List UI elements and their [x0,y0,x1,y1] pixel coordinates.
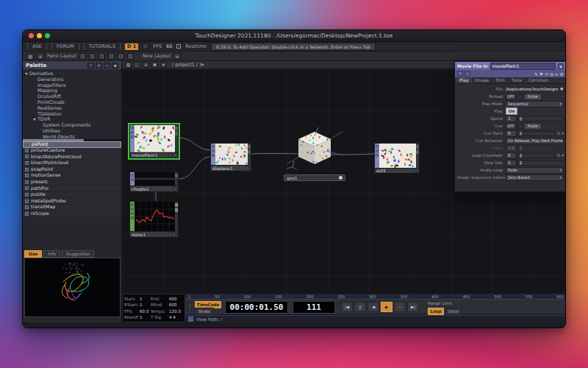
node-flag-button[interactable] [168,153,172,157]
tab-play[interactable]: Play [456,77,472,83]
pane-icon[interactable]: ▥ [26,53,34,60]
reload-box[interactable] [517,94,523,99]
perform-mode-badge[interactable]: D 1 [125,43,138,50]
play-button[interactable]: ▶ [381,302,392,312]
step-button[interactable]: − [394,302,406,312]
node-noise1[interactable]: noise1 [129,201,179,238]
loopcrossfade-slider[interactable] [518,153,555,158]
tab-tune[interactable]: Tune [509,77,525,83]
net-caret-icon[interactable]: ▾ [160,62,167,68]
new-layout-add-icon[interactable]: + [173,53,181,60]
realtime-checkbox[interactable] [176,44,181,49]
ask-button[interactable]: ASK [27,43,47,50]
node-flag-button[interactable] [168,233,172,236]
palette-preview-viewer[interactable] [24,258,121,317]
tab-image[interactable]: Image [473,77,492,83]
perform-option-button[interactable] [143,43,148,49]
layout-split-button[interactable] [79,53,86,60]
palette-close-icon[interactable]: ✕ [96,63,102,68]
layout-split-button[interactable] [98,53,105,60]
param-info-icon[interactable]: i [465,71,470,77]
cuepoint-slider[interactable] [518,131,555,136]
forum-button[interactable]: FORUM [51,43,79,50]
timeline-ruler[interactable]: 150100 150200250 300350400 450500550 600 [185,294,566,300]
node-flags[interactable] [248,144,251,165]
reload-pulse-button[interactable]: Pulse [524,93,542,100]
node-flag-button[interactable] [173,187,176,191]
net-pane-icon[interactable]: ▥ [125,62,132,68]
edit-expression-icon[interactable]: ✎ [534,71,538,77]
collapse-arrow-icon[interactable] [25,73,28,75]
tab-suggestion[interactable]: Suggestion [62,250,94,258]
node-geo1[interactable]: geo1 [284,174,345,181]
loopcrossfade-value[interactable]: 0 [506,152,517,159]
palette-dock-icon[interactable]: ▪ [112,63,118,68]
reload-toggle[interactable]: OFF [506,93,516,100]
node-flags[interactable] [175,202,178,231]
once-button[interactable]: Once [445,308,462,315]
play-reverse-button[interactable]: ◀ [368,302,379,312]
collapse-arrow-icon[interactable] [33,118,36,121]
speed-value[interactable]: 1 [506,116,517,122]
tab-use[interactable]: Use [24,250,42,258]
tree-item[interactable]: TDAbleton [23,111,121,117]
stepsize-slider[interactable] [518,160,564,166]
fps-value[interactable]: 60 [166,43,172,49]
tree-item[interactable]: System Components [23,122,121,128]
tab-trim[interactable]: Trim [492,77,508,83]
speed-slider[interactable] [518,116,564,121]
node-flag-button[interactable] [414,169,417,173]
layout-split-button[interactable] [89,53,96,60]
index-slider[interactable] [518,146,557,151]
layout-split-button[interactable] [127,53,134,60]
palette-item[interactable]: rsScope [23,211,121,218]
display-flag-icon[interactable] [339,176,343,180]
layout-split-button[interactable] [118,53,124,60]
net-star-icon[interactable]: ✱ [151,62,158,68]
operator-name-field[interactable]: moviefilein1 [490,63,556,70]
jump-start-button[interactable]: |◀ [341,302,353,312]
add-pane-icon[interactable]: + [37,53,44,60]
timeline-settings[interactable]: Start:1 End:600 RStart:1 REnd:600 FPS:60… [122,294,185,322]
transport-handle[interactable] [188,302,192,311]
tree-item[interactable]: PointClouds [23,99,121,105]
loop-button[interactable]: Loop [428,308,444,315]
cuepoint-value[interactable]: 0 [506,130,517,137]
palette-help-icon[interactable]: ? [87,63,94,68]
node-chopto1[interactable]: chopto1 [129,171,179,192]
tree-item-tdvr[interactable]: TDVR [23,116,121,122]
tree-item[interactable]: ImageFilters [23,82,121,88]
beats-mode-button[interactable]: Beats [195,308,214,315]
tab-common[interactable]: Common [526,77,551,83]
stepsize-value[interactable]: 1 [506,160,517,166]
node-flag-button[interactable] [173,153,176,157]
settings-gear-icon[interactable]: ⚙ [560,71,564,77]
breadcrumb[interactable]: / project1 / ≫ [172,62,204,68]
node-flag-button[interactable] [245,166,249,170]
cuebehavior-dropdown[interactable]: On Release, Play Next Frame▾ [506,138,564,144]
net-add-icon[interactable]: + [143,62,149,68]
info-icon[interactable]: i [188,316,193,322]
comment-icon[interactable]: ⚑ [539,71,543,77]
cue-toggle[interactable]: OFF [506,123,516,130]
playmode-dropdown[interactable]: Sequential▾ [506,101,564,107]
imagesequence-dropdown[interactable]: Zero Based▾ [506,174,564,181]
tree-item[interactable]: Utilities [23,128,121,134]
node-moviefilein1[interactable]: moviefilein1 [129,124,179,158]
node-flag-button[interactable] [173,233,176,236]
tree-item[interactable]: RealSense [23,105,121,111]
palette-collapse-icon[interactable]: − [104,63,110,68]
net-box-icon[interactable]: ⬚ [134,62,140,68]
tree-item-derivative[interactable]: Derivative [23,71,121,77]
cue-pulse-button[interactable]: Pulse [524,123,542,130]
tree-item[interactable]: OculusRift [23,93,121,99]
pause-button[interactable]: || [354,302,366,312]
file-path-field[interactable]: /Applications/TouchDesigner.app [506,87,558,91]
node-out1[interactable]: out1 [374,143,420,171]
tree-item[interactable]: Mapping [23,88,121,93]
index-value[interactable]: 3.6 [506,145,517,152]
parameter-header[interactable]: Movie File In moviefilein1 ▪ [455,62,566,70]
file-browse-icon[interactable]: + [559,86,564,92]
copy-params-icon[interactable]: ⧉ [550,71,553,77]
play-toggle[interactable]: On [506,107,517,115]
